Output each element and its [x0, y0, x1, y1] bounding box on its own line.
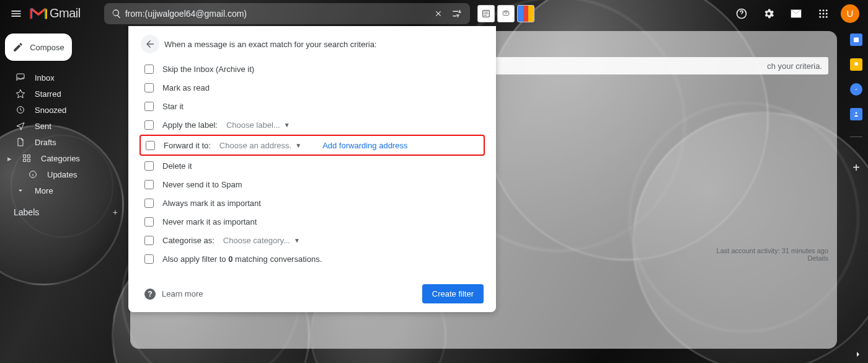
- inbox-icon: [15, 73, 26, 83]
- sidebar-item-snoozed[interactable]: Snoozed: [0, 102, 124, 118]
- option-also-apply[interactable]: Also apply filter to 0 matching conversa…: [141, 249, 484, 268]
- checkbox-skip-inbox[interactable]: [144, 65, 154, 74]
- option-mark-read[interactable]: Mark as read: [141, 78, 484, 97]
- svg-rect-15: [27, 155, 30, 158]
- checkbox-star[interactable]: [144, 102, 154, 111]
- chevron-down-icon: [15, 186, 26, 195]
- search-options-icon[interactable]: [448, 8, 466, 19]
- checkbox-categorise[interactable]: [144, 236, 154, 245]
- extension-icon-3[interactable]: [517, 5, 534, 22]
- add-label-button[interactable]: +: [113, 207, 118, 217]
- svg-point-6: [826, 9, 828, 11]
- main-menu-button[interactable]: [4, 1, 29, 26]
- checkbox-never-important[interactable]: [144, 217, 154, 226]
- search-input[interactable]: [125, 9, 429, 19]
- option-apply-label[interactable]: Apply the label: Choose label... ▼: [141, 115, 484, 134]
- checkbox-delete[interactable]: [144, 161, 154, 171]
- caret-down-icon: ▼: [295, 142, 301, 149]
- label-forward: Forward it to:: [164, 141, 211, 150]
- label-star: Star it: [162, 102, 184, 111]
- svg-point-20: [854, 62, 858, 66]
- option-categorise[interactable]: Categorise as: Choose category... ▼: [141, 231, 484, 249]
- label-also-apply: Also apply filter to 0 matching conversa…: [162, 254, 322, 264]
- footer-activity: Last account activity: 31 minutes ago: [717, 247, 828, 254]
- nav-label: Categories: [41, 154, 80, 163]
- sidebar-item-more[interactable]: More: [0, 182, 124, 199]
- select-category[interactable]: Choose category... ▼: [223, 236, 300, 245]
- label-categorise: Categorise as:: [162, 236, 215, 245]
- mail-icon[interactable]: [786, 4, 806, 24]
- nav-label: Drafts: [35, 138, 56, 147]
- option-star[interactable]: Star it: [141, 97, 484, 115]
- contacts-icon[interactable]: [850, 108, 862, 120]
- sidebar-item-starred[interactable]: Starred: [0, 86, 124, 102]
- sidebar-item-sent[interactable]: Sent: [0, 118, 124, 134]
- account-avatar[interactable]: U: [841, 4, 859, 23]
- create-filter-button[interactable]: Create filter: [422, 284, 484, 303]
- option-always-important[interactable]: Always mark it as important: [141, 194, 484, 212]
- nav-label: Snoozed: [35, 105, 66, 115]
- option-never-important[interactable]: Never mark it as important: [141, 212, 484, 231]
- checkbox-never-spam[interactable]: [144, 180, 154, 189]
- option-delete[interactable]: Delete it: [141, 156, 484, 175]
- option-forward[interactable]: Forward it to: Choose an address. ▼ Add …: [142, 136, 482, 155]
- tasks-icon[interactable]: [850, 83, 862, 96]
- svg-rect-19: [854, 38, 859, 43]
- compose-button[interactable]: Compose: [5, 34, 72, 61]
- label-skip-inbox: Skip the Inbox (Archive it): [162, 65, 254, 74]
- add-forwarding-address-link[interactable]: Add forwarding address: [322, 141, 407, 150]
- settings-icon[interactable]: [759, 4, 779, 24]
- nav-label: Sent: [35, 122, 51, 131]
- star-icon: [15, 89, 26, 99]
- checkbox-always-important[interactable]: [144, 199, 154, 208]
- nav-label: Starred: [35, 89, 61, 99]
- option-skip-inbox[interactable]: Skip the Inbox (Archive it): [141, 60, 484, 78]
- gmail-logo[interactable]: Gmail: [30, 6, 81, 20]
- option-never-spam[interactable]: Never send it to Spam: [141, 175, 484, 194]
- svg-rect-14: [24, 155, 26, 158]
- footer-details[interactable]: Details: [717, 254, 828, 262]
- label-never-spam: Never send it to Spam: [162, 180, 242, 189]
- svg-point-11: [823, 16, 825, 17]
- svg-rect-17: [27, 159, 30, 161]
- sidebar-item-drafts[interactable]: Drafts: [0, 134, 124, 150]
- label-apply-label: Apply the label:: [162, 120, 218, 130]
- learn-more-link[interactable]: Learn more: [162, 289, 203, 298]
- keep-icon[interactable]: [850, 58, 862, 71]
- svg-rect-16: [24, 159, 26, 161]
- create-filter-panel: When a message is an exact match for you…: [128, 26, 496, 312]
- extension-icon-2[interactable]: [497, 5, 515, 22]
- sidebar-item-categories[interactable]: ▸ Categories: [0, 150, 124, 166]
- expand-caret-icon: ▸: [6, 154, 12, 163]
- clear-search-icon[interactable]: [429, 9, 448, 18]
- checkbox-apply-label[interactable]: [144, 120, 154, 130]
- criteria-tail-text: ch your criteria.: [767, 61, 822, 71]
- extension-icon-1[interactable]: [477, 5, 495, 22]
- select-forward-address[interactable]: Choose an address. ▼: [219, 141, 301, 150]
- checkbox-mark-read[interactable]: [144, 83, 154, 92]
- back-button[interactable]: [141, 35, 159, 53]
- caret-down-icon: ▼: [284, 122, 290, 128]
- select-label-value: Choose label...: [226, 120, 280, 130]
- apps-icon[interactable]: [813, 4, 833, 24]
- svg-point-4: [819, 9, 821, 11]
- categories-icon: [21, 153, 32, 163]
- search-bar[interactable]: [104, 3, 470, 24]
- support-icon[interactable]: [732, 4, 751, 24]
- calendar-icon[interactable]: [850, 34, 862, 46]
- svg-point-5: [823, 9, 825, 11]
- select-forward-value: Choose an address.: [219, 141, 291, 150]
- sidebar-item-updates[interactable]: Updates: [0, 166, 124, 182]
- draft-icon: [15, 137, 26, 147]
- nav-label: More: [35, 186, 53, 195]
- checkbox-also-apply[interactable]: [144, 254, 154, 264]
- select-category-value: Choose category...: [223, 236, 290, 245]
- select-label[interactable]: Choose label... ▼: [226, 120, 290, 130]
- help-icon[interactable]: ?: [144, 289, 156, 300]
- hide-side-panel-icon[interactable]: [853, 349, 863, 359]
- search-icon[interactable]: [108, 9, 125, 19]
- add-addon-button[interactable]: +: [852, 161, 860, 175]
- svg-point-7: [819, 12, 821, 14]
- sidebar-item-inbox[interactable]: Inbox: [0, 69, 124, 86]
- checkbox-forward[interactable]: [146, 141, 155, 150]
